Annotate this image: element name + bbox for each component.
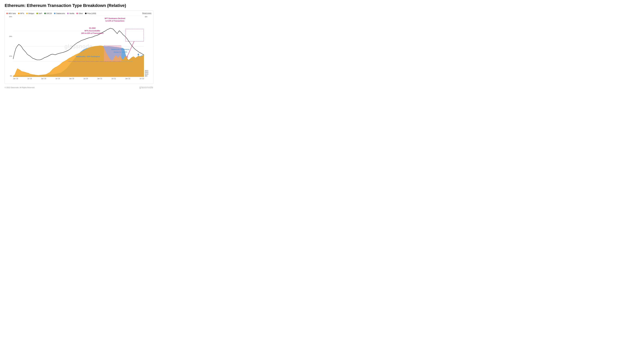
- x-axis-label: Jan '18: [13, 78, 18, 80]
- x-axis-label: Jul '19: [56, 78, 60, 80]
- legend-color: [6, 13, 8, 14]
- legend-label: NFTs: [20, 12, 24, 14]
- x-axis-label: Jul '22: [140, 78, 144, 80]
- legend-color: [85, 13, 86, 14]
- chart-area: 36% 24% 12% 0% $2k $800 $400 $100 $60 Ja…: [6, 16, 152, 82]
- legend-label: Other: [78, 12, 83, 14]
- footer: © 2022 Glassnode. All Rights Reserved. g…: [5, 86, 153, 89]
- legend-label: Price [USD]: [87, 12, 96, 14]
- legend-color: [67, 13, 69, 14]
- stablecoin-jump-annotation: Stablecoin DominanceJumps to ~12.5%: [111, 48, 130, 53]
- x-axis-label: Jul '18: [28, 78, 32, 80]
- legend-label: Vanilla: [69, 12, 74, 14]
- legend-item-erc20: ERC20: [44, 12, 52, 14]
- chart-svg: [13, 16, 144, 77]
- legend-color: [76, 13, 78, 14]
- legend-item-defi: DeFi: [36, 12, 42, 14]
- svg-rect-8: [126, 29, 144, 41]
- legend-item-bridges: Bridges: [26, 12, 34, 14]
- x-axis-label: Jul '20: [84, 78, 88, 80]
- legend-color: [44, 13, 46, 14]
- chart-inner: glassnode: [13, 16, 144, 77]
- footer-logo: glassnode: [139, 86, 153, 89]
- x-axis-label: Jan '20: [69, 78, 74, 80]
- legend-label: ERC20: [46, 12, 52, 14]
- reset-zoom-button[interactable]: Reset zoom: [142, 12, 151, 14]
- x-axis-label: Jan '21: [97, 78, 102, 80]
- x-axis: Jan '18Jul '18Jan '19Jul '19Jan '20Jul '…: [13, 77, 144, 82]
- y-axis-left: 36% 24% 12% 0%: [6, 16, 13, 77]
- legend-label: MEV bots: [8, 12, 16, 14]
- legend-item-other: Other: [76, 12, 83, 14]
- legend-label: Bridges: [28, 12, 34, 14]
- legend-label: DeFi: [38, 12, 42, 14]
- page-title: Ethereum: Ethereum Transaction Type Brea…: [5, 3, 153, 8]
- legend-item-price-[usd]: Price [USD]: [85, 12, 96, 14]
- legend-item-mev-bots: MEV bots: [6, 12, 16, 14]
- legend-color: [26, 13, 28, 14]
- legend-item-vanilla: Vanilla: [67, 12, 74, 14]
- legend-color: [18, 13, 20, 14]
- y-axis-right: $2k $800 $400 $100 $60: [144, 16, 152, 77]
- legend: MEV botsNFTsBridgesDeFiERC20StablecoinsV…: [6, 12, 152, 14]
- stablecoin-10-annotation: Stablecoins ~10% Dominance: [76, 56, 100, 58]
- legend-label: Stablecoins: [56, 12, 65, 14]
- legend-color: [54, 13, 56, 14]
- x-axis-label: Jul '21: [112, 78, 116, 80]
- x-axis-label: Jan '22: [125, 78, 130, 80]
- legend-item-stablecoins: Stablecoins: [54, 12, 65, 14]
- legend-item-nfts: NFTs: [18, 12, 24, 14]
- x-axis-label: Jan '19: [41, 78, 46, 80]
- chart-container: MEV botsNFTsBridgesDeFiERC20StablecoinsV…: [5, 10, 153, 84]
- h1-2022-annotation: H1-2022NFTs Accountedfor18% to 22% of Tr…: [81, 27, 104, 34]
- legend-color: [36, 13, 38, 14]
- copyright: © 2022 Glassnode. All Rights Reserved.: [5, 86, 35, 88]
- nft-decline-annotation: NFT Dominance Declinedto 8.3% of Transac…: [105, 17, 125, 22]
